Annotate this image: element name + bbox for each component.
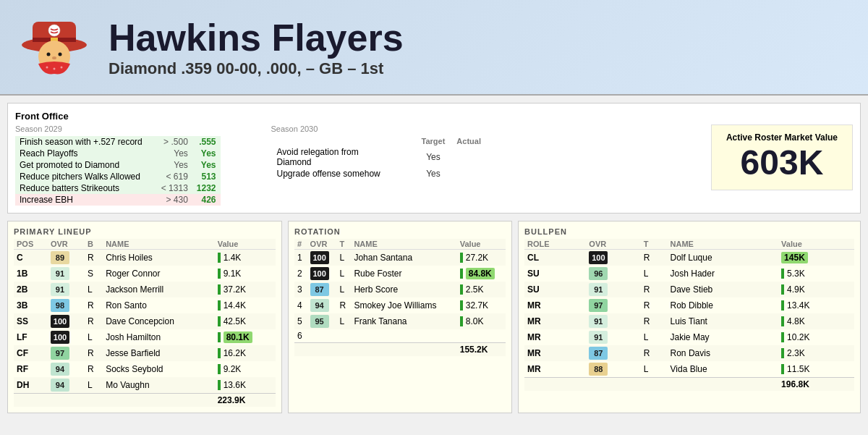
fo-goal-text: Finish season with +.527 record xyxy=(15,136,157,148)
pitcher-num: 3 xyxy=(294,282,307,297)
player-hand: L xyxy=(85,377,103,394)
pitcher-name: Herb Score xyxy=(351,282,456,297)
pitcher-ovr: 95 xyxy=(307,313,337,329)
player-value: 14.4K xyxy=(215,297,276,313)
bullpen-title: BULLPEN xyxy=(524,227,854,236)
page-header: Hawkins Flayers Diamond .359 00-00, .000… xyxy=(0,0,868,96)
bp-name: Vida Blue xyxy=(668,361,779,378)
rotation-pitcher-row: 1 100 L Johan Santana 27.2K xyxy=(294,250,506,266)
team-name: Hawkins Flayers xyxy=(109,16,404,59)
svg-point-8 xyxy=(46,67,48,69)
bp-value: 145K xyxy=(778,250,854,266)
player-ovr: 91 xyxy=(48,282,85,297)
player-ovr: 100 xyxy=(48,329,85,345)
rot-col-ovr: OVR xyxy=(307,239,337,250)
pitcher-name: Frank Tanana xyxy=(351,313,456,329)
target-header: Target xyxy=(416,136,451,146)
player-ovr: 89 xyxy=(48,250,85,266)
team-info: Hawkins Flayers Diamond .359 00-00, .000… xyxy=(109,16,404,78)
lineup-col-ovr: OVR xyxy=(48,239,85,250)
fo-2030-goal-text: Avoid relegation from Diamond xyxy=(271,146,416,168)
fo-goal-text: Reduce batters Strikeouts xyxy=(15,182,157,194)
rotation-section: ROTATION # OVR T NAME Value 1 100 L Joha… xyxy=(288,221,512,413)
pitcher-name: Johan Santana xyxy=(351,250,456,266)
player-hand: R xyxy=(85,361,103,377)
player-ovr: 97 xyxy=(48,345,85,361)
pitcher-ovr: 94 xyxy=(307,297,337,313)
bottom-section: PRIMARY LINEUP POS OVR B NAME Value C 89… xyxy=(7,221,861,413)
lineup-col-b: B xyxy=(85,239,103,250)
bp-hand: L xyxy=(641,266,668,282)
player-ovr: 91 xyxy=(48,266,85,282)
pitcher-num: 5 xyxy=(294,313,307,329)
lineup-table: POS OVR B NAME Value C 89 R Chris Hoiles… xyxy=(14,239,276,407)
lineup-player-row: 3B 98 R Ron Santo 14.4K xyxy=(14,297,276,313)
pitcher-hand: L xyxy=(336,313,351,329)
player-name: Ron Santo xyxy=(103,297,215,313)
player-ovr: 100 xyxy=(48,313,85,329)
rotation-total-row: 155.2K xyxy=(294,343,506,357)
bp-role: MR xyxy=(524,297,586,313)
bp-ovr: 91 xyxy=(586,329,640,345)
season2029-label: Season 2029 xyxy=(15,124,221,133)
fo-season2029: Season 2029 Finish season with +.527 rec… xyxy=(15,124,221,206)
rotation-total-label xyxy=(294,343,457,357)
fo-goal-text: Get promoted to Diamond xyxy=(15,159,157,171)
bullpen-total-label xyxy=(524,378,778,392)
pitcher-ovr: 100 xyxy=(307,250,337,266)
bullpen-pitcher-row: MR 87 R Ron Davis 2.3K xyxy=(524,345,854,361)
fo-goal-target: Yes xyxy=(157,159,192,171)
bp-name: Dave Stieb xyxy=(668,282,779,297)
bp-hand: R xyxy=(641,282,668,297)
player-name: Dave Concepcion xyxy=(103,313,215,329)
fo-2030-goal-actual xyxy=(451,146,487,168)
player-hand: R xyxy=(85,313,103,329)
lineup-col-value: Value xyxy=(215,239,276,250)
bp-col-t: T xyxy=(641,239,668,250)
player-hand: L xyxy=(85,329,103,345)
bullpen-pitcher-row: MR 91 L Jakie May 10.2K xyxy=(524,329,854,345)
player-pos: 2B xyxy=(14,282,48,297)
pitcher-value: 2.5K xyxy=(457,282,506,297)
player-pos: DH xyxy=(14,377,48,394)
bp-ovr: 87 xyxy=(586,345,640,361)
bp-name: Dolf Luque xyxy=(668,250,779,266)
bp-ovr: 100 xyxy=(586,250,640,266)
bp-hand: L xyxy=(641,361,668,378)
player-pos: 3B xyxy=(14,297,48,313)
bp-name: Jakie May xyxy=(668,329,779,345)
fo-goal-actual: Yes xyxy=(192,159,221,171)
bp-value: 2.3K xyxy=(778,345,854,361)
fo-goals-2030-table: Target Actual Avoid relegation from Diam… xyxy=(271,136,487,180)
lineup-col-name: NAME xyxy=(103,239,215,250)
fo-goal-actual: 513 xyxy=(192,171,221,182)
bp-col-role: ROLE xyxy=(524,239,586,250)
pitcher-hand: L xyxy=(336,282,351,297)
front-office-section: Front Office Season 2029 Finish season w… xyxy=(7,103,861,214)
pitcher-value: 27.2K xyxy=(457,250,506,266)
player-hand: R xyxy=(85,250,103,266)
svg-point-9 xyxy=(54,68,56,70)
rot-col-t: T xyxy=(336,239,351,250)
fo-goal-target: > .500 xyxy=(157,136,192,148)
bp-hand: R xyxy=(641,345,668,361)
bullpen-table: ROLE OVR T NAME Value CL 100 R Dolf Luqu… xyxy=(524,239,854,391)
player-pos: C xyxy=(14,250,48,266)
pitcher-ovr: 100 xyxy=(307,266,337,282)
pitcher-value: 84.8K xyxy=(457,266,506,282)
season2030-label: Season 2030 xyxy=(271,124,487,133)
player-value: 16.2K xyxy=(215,345,276,361)
fo-goals-2029-table: Finish season with +.527 record > .500 .… xyxy=(15,136,221,206)
fo-grid: Season 2029 Finish season with +.527 rec… xyxy=(15,124,853,206)
bp-ovr: 96 xyxy=(586,266,640,282)
player-name: Jackson Merrill xyxy=(103,282,215,297)
lineup-player-row: LF 100 L Josh Hamilton 80.1K xyxy=(14,329,276,345)
player-pos: 1B xyxy=(14,266,48,282)
pitcher-num: 2 xyxy=(294,266,307,282)
bp-col-ovr: OVR xyxy=(586,239,640,250)
bullpen-pitcher-row: SU 96 L Josh Hader 5.3K xyxy=(524,266,854,282)
bp-ovr: 97 xyxy=(586,297,640,313)
bp-hand: R xyxy=(641,313,668,329)
bp-role: SU xyxy=(524,266,586,282)
player-pos: RF xyxy=(14,361,48,377)
